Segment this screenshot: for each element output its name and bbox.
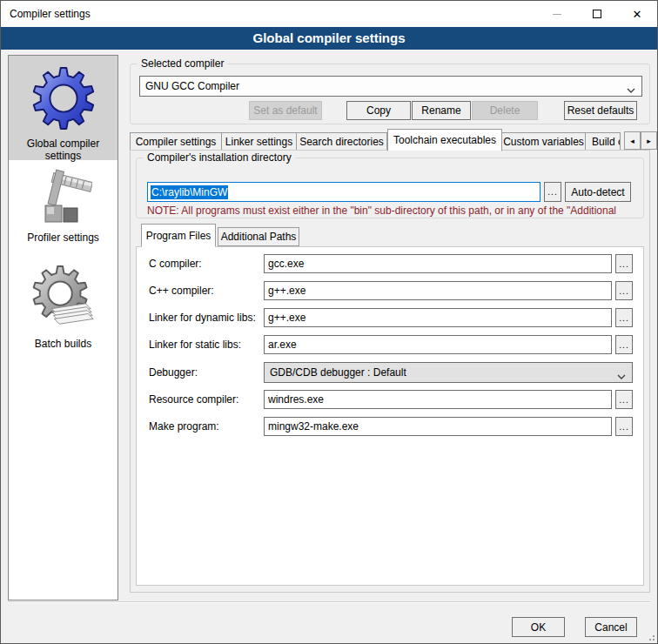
cpp-compiler-label: C++ compiler: [149, 285, 214, 297]
maximize-icon [593, 10, 601, 18]
gray-gear-stack-icon [30, 265, 97, 336]
make-program-label: Make program: [149, 420, 219, 433]
installation-directory-group-title: Compiler's installation directory [144, 151, 295, 164]
resize-grip[interactable] [646, 632, 655, 641]
tab-compiler-settings[interactable]: Compiler settings [130, 132, 222, 151]
auto-detect-button[interactable]: Auto-detect [565, 182, 631, 202]
linker-static-label: Linker for static libs: [149, 339, 241, 351]
cancel-button[interactable]: Cancel [585, 617, 637, 637]
title-bar[interactable]: Compiler settings ✕ [1, 1, 657, 27]
linker-dynamic-label: Linker for dynamic libs: [149, 312, 256, 324]
installation-directory-value: C:\raylib\MinGW [151, 185, 228, 199]
sidebar-item-label: Batch builds [31, 336, 95, 357]
reset-defaults-button[interactable]: Reset defaults [564, 101, 637, 120]
installation-directory-group: Compiler's installation directory C:\ray… [136, 158, 644, 218]
footer-divider [8, 601, 650, 603]
installation-directory-browse-button[interactable]: ... [544, 182, 561, 202]
tab-scroll-right-button[interactable]: ▸ [641, 131, 657, 150]
maximize-button[interactable] [577, 1, 617, 27]
compiler-select[interactable]: GNU GCC Compiler [139, 76, 642, 97]
cpp-compiler-input[interactable] [264, 281, 612, 300]
subtab-additional-paths[interactable]: Additional Paths [218, 227, 299, 246]
resource-compiler-input[interactable] [264, 390, 612, 409]
minimize-icon [553, 14, 561, 15]
sidebar-item-label: Global compiler settings [9, 136, 118, 169]
tab-search-directories[interactable]: Search directories [297, 132, 387, 151]
sidebar-item-label: Profiler settings [24, 230, 103, 251]
tab-linker-settings[interactable]: Linker settings [222, 132, 297, 151]
make-program-input[interactable] [264, 417, 612, 436]
installation-directory-input[interactable]: C:\raylib\MinGW [147, 182, 540, 202]
sidebar-item-profiler-settings[interactable]: Profiler settings [9, 160, 118, 256]
cpp-compiler-browse-button[interactable]: ... [615, 281, 633, 300]
ok-button[interactable]: OK [512, 617, 565, 637]
sidebar-item-batch-builds[interactable]: Batch builds [9, 256, 118, 359]
selected-compiler-group-title: Selected compiler [138, 57, 227, 70]
subtab-program-files[interactable]: Program Files [141, 224, 216, 247]
chevron-down-icon [617, 370, 626, 382]
compiler-select-value: GNU GCC Compiler [145, 80, 239, 92]
window-title: Compiler settings [1, 8, 537, 20]
compiler-settings-dialog: Compiler settings ✕ Global compiler sett… [0, 0, 658, 644]
set-as-default-button[interactable]: Set as default [249, 101, 322, 120]
close-icon: ✕ [633, 8, 642, 21]
minimize-button[interactable] [537, 1, 577, 27]
resource-compiler-label: Resource compiler: [149, 393, 238, 406]
copy-button[interactable]: Copy [346, 101, 411, 120]
c-compiler-label: C compiler: [149, 258, 202, 270]
tab-build-options[interactable]: Build options [586, 132, 621, 151]
make-program-browse-button[interactable]: ... [615, 417, 633, 436]
program-files-page: C compiler: ... C++ compiler: ... Linker… [136, 246, 644, 586]
settings-category-list: Global compiler settings [8, 55, 118, 600]
settings-tab-bar: Compiler settings Linker settings Search… [130, 128, 621, 151]
c-compiler-input[interactable] [264, 254, 612, 273]
tab-custom-variables[interactable]: Custom variables [502, 132, 586, 151]
delete-button[interactable]: Delete [472, 101, 538, 120]
debugger-select-value: GDB/CDB debugger : Default [270, 366, 406, 379]
linker-static-input[interactable] [264, 335, 612, 354]
debugger-label: Debugger: [149, 366, 198, 379]
linker-dynamic-browse-button[interactable]: ... [615, 308, 633, 327]
linker-static-browse-button[interactable]: ... [615, 335, 633, 354]
arrow-right-icon: ▸ [647, 137, 651, 145]
tab-scroll-left-button[interactable]: ◂ [624, 131, 641, 150]
c-compiler-browse-button[interactable]: ... [615, 254, 633, 273]
toolchain-executables-panel: Compiler's installation directory C:\ray… [130, 150, 650, 593]
resource-compiler-browse-button[interactable]: ... [615, 390, 633, 409]
caliper-icon [35, 169, 92, 230]
chevron-down-icon [627, 84, 635, 96]
sidebar-item-global-compiler-settings[interactable]: Global compiler settings [9, 56, 118, 160]
page-title: Global compiler settings [1, 27, 657, 50]
selected-compiler-group: Selected compiler GNU GCC Compiler Set a… [130, 64, 650, 124]
close-button[interactable]: ✕ [617, 1, 657, 27]
linker-dynamic-input[interactable] [264, 308, 612, 327]
blue-gear-icon [30, 64, 97, 136]
tab-toolchain-executables[interactable]: Toolchain executables [387, 129, 502, 151]
installation-note: NOTE: All programs must exist either in … [147, 205, 641, 217]
debugger-select[interactable]: GDB/CDB debugger : Default [264, 362, 633, 383]
rename-button[interactable]: Rename [412, 101, 471, 120]
arrow-left-icon: ◂ [630, 137, 634, 145]
